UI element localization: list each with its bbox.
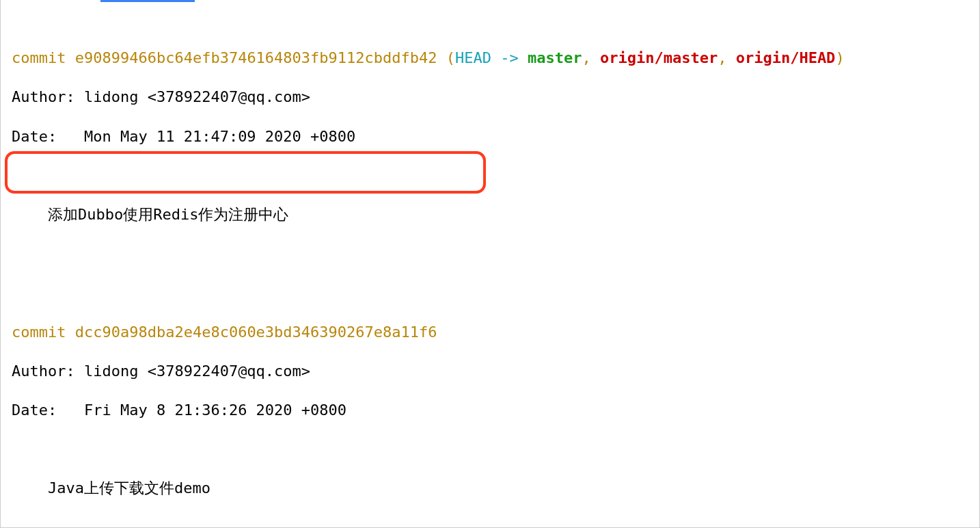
- ref-separator: ,: [718, 49, 736, 66]
- commit-keyword: commit: [12, 324, 75, 341]
- commit-message: Java上传下载文件demo: [12, 479, 970, 499]
- date-line: Date: Fri May 8 21:36:26 2020 +0800: [12, 401, 970, 421]
- branch-ref: master: [528, 49, 582, 66]
- head-ref: HEAD: [455, 49, 491, 66]
- ref-close-paren: ): [835, 49, 844, 66]
- author-line: Author: lidong <378922407@qq.com>: [12, 88, 970, 107]
- remote-ref: origin/HEAD: [736, 49, 836, 66]
- blank-line: [12, 244, 970, 264]
- commit-block: commit e90899466bc64efb3746164803fb9112c…: [12, 29, 970, 284]
- commit-message: 添加Dubbo使用Redis作为注册中心: [12, 205, 970, 225]
- commit-line: commit dcc90a98dba2e4e8c060e3bd346390267…: [12, 323, 970, 343]
- commit-block: commit dcc90a98dba2e4e8c060e3bd346390267…: [12, 303, 970, 528]
- git-log-output[interactable]: commit e90899466bc64efb3746164803fb9112c…: [1, 3, 979, 528]
- commit-keyword: commit: [12, 49, 75, 66]
- blank-line: [12, 440, 970, 460]
- ref-arrow: ->: [491, 49, 528, 66]
- remote-ref: origin/master: [600, 49, 718, 66]
- blank-line: [12, 518, 970, 528]
- date-line: Date: Mon May 11 21:47:09 2020 +0800: [12, 127, 970, 147]
- commit-hash: dcc90a98dba2e4e8c060e3bd346390267e8a11f6: [75, 324, 437, 341]
- commit-hash: e90899466bc64efb3746164803fb9112cbddfb42: [75, 49, 437, 66]
- author-line: Author: lidong <378922407@qq.com>: [12, 362, 970, 382]
- ref-open-paren: (: [446, 49, 455, 66]
- tab-strip: [1, 0, 979, 3]
- active-tab-indicator: [100, 0, 195, 2]
- commit-line: commit e90899466bc64efb3746164803fb9112c…: [12, 49, 970, 68]
- ref-separator: ,: [582, 49, 600, 66]
- blank-line: [12, 166, 970, 186]
